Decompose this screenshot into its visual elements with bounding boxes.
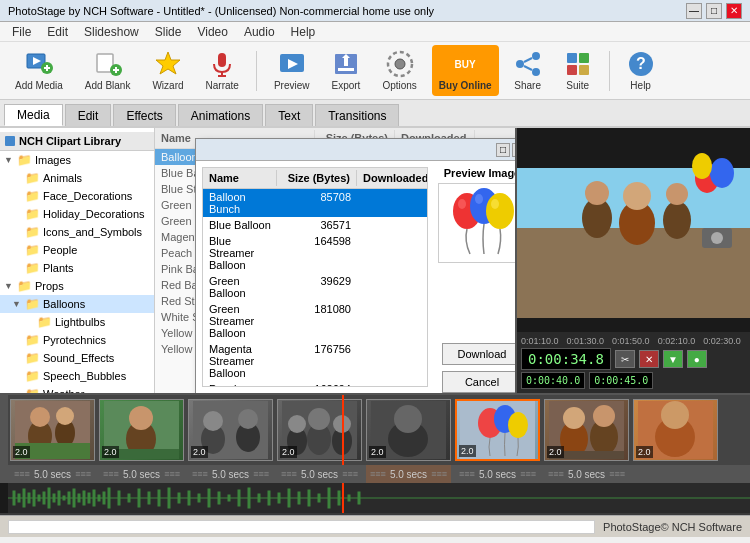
dialog-close-button[interactable]: ✕ — [512, 143, 515, 157]
timeline-thumb-6[interactable]: 2.0 — [455, 399, 540, 461]
download-button[interactable]: Download — [442, 343, 515, 365]
dialog-row-blue-streamer[interactable]: Blue Streamer Balloon 164598 — [203, 233, 427, 273]
add-media-label: Add Media — [15, 80, 63, 91]
window-controls[interactable]: — □ ✕ — [686, 3, 742, 19]
svg-point-54 — [711, 232, 723, 244]
tree-speech-bubbles[interactable]: 📁 Speech_Bubbles — [0, 367, 154, 385]
timeline-controls: 0:01:10.0 0:01:30.0 0:01:50.0 0:02:10.0 … — [517, 332, 750, 393]
time-label-2: ≡≡≡5.0 secs≡≡≡ — [99, 465, 184, 483]
status-text: PhotoStage© NCH Software — [603, 521, 742, 533]
header-col-name: Name — [203, 170, 277, 186]
dialog-row-green-streamer[interactable]: Green Streamer Balloon 181080 — [203, 301, 427, 341]
tree-pyrotechnics[interactable]: 📁 Pyrotechnics — [0, 331, 154, 349]
main-content-area: NCH Clipart Library ▼ 📁 Images 📁 Animals — [0, 128, 750, 393]
options-button[interactable]: Options — [375, 45, 423, 96]
suite-button[interactable]: Suite — [557, 45, 599, 96]
tree-props[interactable]: ▼ 📁 Props — [0, 277, 154, 295]
menu-slideshow[interactable]: Slideshow — [76, 23, 147, 41]
menu-help[interactable]: Help — [283, 23, 324, 41]
split-button[interactable]: ▼ — [663, 350, 683, 368]
time-label-2-text: 5.0 secs — [123, 469, 160, 480]
menu-audio[interactable]: Audio — [236, 23, 283, 41]
narrate-icon — [208, 50, 236, 78]
timeline-thumb-3[interactable]: 2.0 — [188, 399, 273, 461]
timeline-thumb-7[interactable]: 2.0 — [544, 399, 629, 461]
tab-animations[interactable]: Animations — [178, 104, 263, 126]
time-display-2: 0:00:40.0 — [521, 372, 585, 389]
dialog-row-peach-streamer[interactable]: Peach Streamer Balloon 162694 — [203, 381, 427, 387]
file-list-area: Name Size (Bytes) Downloaded Balloon Bun… — [155, 128, 515, 393]
audio-strip — [0, 483, 8, 513]
dialog-row-magenta-streamer[interactable]: Magenta Streamer Balloon 176756 — [203, 341, 427, 381]
svg-rect-104 — [58, 491, 60, 505]
tree-people[interactable]: 📁 People — [0, 241, 154, 259]
menu-file[interactable]: File — [4, 23, 39, 41]
menu-slide[interactable]: Slide — [147, 23, 190, 41]
preview-button[interactable]: Preview — [267, 45, 317, 96]
tc-4: 0:02:10.0 — [658, 336, 696, 346]
timeline-thumb-8[interactable]: 2.0 — [633, 399, 718, 461]
narrate-button[interactable]: Narrate — [199, 45, 246, 96]
tab-edit[interactable]: Edit — [65, 104, 112, 126]
share-button[interactable]: Share — [507, 45, 549, 96]
tab-text[interactable]: Text — [265, 104, 313, 126]
tree-lightbulbs[interactable]: 📁 Lightbulbs — [0, 313, 154, 331]
svg-rect-129 — [258, 494, 260, 502]
svg-rect-101 — [43, 492, 45, 504]
tree-icons-symbols[interactable]: 📁 Icons_and_Symbols — [0, 223, 154, 241]
dialog-row-green-balloon[interactable]: Green Balloon 39629 — [203, 273, 427, 301]
help-icon: ? — [627, 50, 655, 78]
add-media-button[interactable]: Add Media — [8, 45, 70, 96]
time-label-3-text: 5.0 secs — [212, 469, 249, 480]
svg-point-92 — [661, 401, 689, 429]
add-blank-label: Add Blank — [85, 80, 131, 91]
share-label: Share — [514, 80, 541, 91]
svg-rect-113 — [103, 492, 105, 504]
wizard-button[interactable]: Wizard — [145, 45, 190, 96]
tc-1: 0:01:10.0 — [521, 336, 559, 346]
delete-button[interactable]: ✕ — [639, 350, 659, 368]
timeline-thumb-4[interactable]: 2.0 — [277, 399, 362, 461]
tree-holiday-decorations[interactable]: 📁 Holiday_Decorations — [0, 205, 154, 223]
svg-rect-97 — [23, 489, 25, 507]
close-button[interactable]: ✕ — [726, 3, 742, 19]
cancel-button[interactable]: Cancel — [442, 371, 515, 393]
svg-rect-131 — [278, 493, 280, 503]
tree-images[interactable]: ▼ 📁 Images — [0, 151, 154, 169]
tab-effects[interactable]: Effects — [113, 104, 175, 126]
dialog-row-blue-balloon[interactable]: Blue Balloon 36571 — [203, 217, 427, 233]
tree-weather[interactable]: 📁 Weather — [0, 385, 154, 393]
menu-video[interactable]: Video — [189, 23, 235, 41]
svg-rect-130 — [268, 491, 270, 505]
cut-button[interactable]: ✂ — [615, 350, 635, 368]
export-button[interactable]: Export — [324, 45, 367, 96]
timeline-thumb-1[interactable]: 2.0 — [10, 399, 95, 461]
svg-point-47 — [623, 182, 651, 210]
tree-animals[interactable]: 📁 Animals — [0, 169, 154, 187]
timeline-labels-row: ≡≡≡5.0 secs≡≡≡ ≡≡≡5.0 secs≡≡≡ ≡≡≡5.0 sec… — [0, 465, 750, 483]
svg-rect-137 — [338, 491, 340, 505]
add-blank-button[interactable]: Add Blank — [78, 45, 138, 96]
dialog-row-balloon-bunch[interactable]: Balloon Bunch 85708 — [203, 189, 427, 217]
timeline-thumb-5[interactable]: 2.0 — [366, 399, 451, 461]
tree-sound-effects[interactable]: 📁 Sound_Effects — [0, 349, 154, 367]
tree-balloons[interactable]: ▼ 📁 Balloons — [0, 295, 154, 313]
time-label-7: ≡≡≡5.0 secs≡≡≡ — [544, 465, 629, 483]
waveform-playhead — [342, 483, 344, 513]
timeline-thumb-2[interactable]: 2.0 — [99, 399, 184, 461]
tab-transitions[interactable]: Transitions — [315, 104, 399, 126]
minimize-button[interactable]: — — [686, 3, 702, 19]
maximize-button[interactable]: □ — [706, 3, 722, 19]
svg-rect-106 — [68, 492, 70, 504]
record-button[interactable]: ● — [687, 350, 707, 368]
tab-media[interactable]: Media — [4, 104, 63, 126]
menu-edit[interactable]: Edit — [39, 23, 76, 41]
timeline-left-strip — [0, 395, 8, 465]
svg-point-69 — [238, 409, 258, 429]
tree-plants[interactable]: 📁 Plants — [0, 259, 154, 277]
svg-rect-112 — [98, 495, 100, 501]
help-button[interactable]: ? Help — [620, 45, 662, 96]
dialog-minimize-button[interactable]: □ — [496, 143, 510, 157]
buy-online-button[interactable]: BUY Buy Online — [432, 45, 499, 96]
tree-face-decorations[interactable]: 📁 Face_Decorations — [0, 187, 154, 205]
